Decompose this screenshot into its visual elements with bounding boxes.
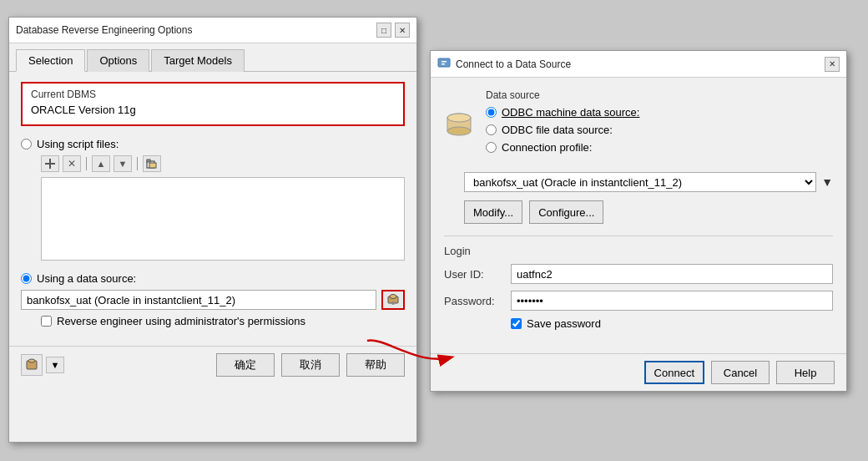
remove-file-button[interactable]: ✕ bbox=[63, 155, 81, 172]
svg-rect-11 bbox=[438, 58, 450, 67]
right-dialog-icon bbox=[437, 56, 451, 72]
connection-profile-radio[interactable] bbox=[486, 142, 497, 153]
titlebar-buttons: □ ✕ bbox=[376, 23, 410, 38]
script-files-label: Using script files: bbox=[37, 138, 119, 150]
svg-rect-1 bbox=[49, 159, 51, 169]
section-divider bbox=[444, 236, 833, 236]
close-button[interactable]: ✕ bbox=[395, 23, 410, 38]
database-icon bbox=[444, 109, 474, 139]
tab-bar: Selection Options Target Models bbox=[9, 43, 416, 72]
left-dialog: Database Reverse Engineering Options □ ✕… bbox=[8, 17, 417, 443]
help-button-left[interactable]: 帮助 bbox=[346, 353, 405, 377]
datasource-input-row bbox=[21, 290, 405, 310]
password-input[interactable] bbox=[511, 291, 833, 311]
connect-header: Data source ODBC machine data source: OD… bbox=[444, 89, 833, 159]
help-button-right[interactable]: Help bbox=[776, 361, 835, 384]
footer-right: 确定 取消 帮助 bbox=[216, 353, 405, 377]
user-id-label: User ID: bbox=[444, 268, 511, 281]
script-files-row: Using script files: bbox=[21, 138, 405, 150]
modify-button[interactable]: Modify... bbox=[464, 200, 522, 224]
right-dialog-titlebar: Connect to a Data Source ✕ bbox=[431, 51, 846, 78]
svg-rect-4 bbox=[149, 163, 156, 168]
script-files-radio[interactable] bbox=[21, 139, 32, 149]
datasource-dropdown-row: bankofsx_uat (Oracle in instantclient_11… bbox=[464, 172, 833, 192]
configure-button[interactable]: Configure... bbox=[529, 200, 603, 224]
datasource-section-label: Data source bbox=[486, 89, 833, 101]
admin-checkbox[interactable] bbox=[41, 316, 52, 327]
save-password-label: Save password bbox=[527, 317, 601, 330]
move-down-button[interactable]: ▼ bbox=[114, 155, 132, 172]
odbc-file-radio[interactable] bbox=[486, 124, 497, 135]
odbc-machine-label: ODBC machine data source: bbox=[502, 106, 639, 119]
tab-options[interactable]: Options bbox=[87, 49, 149, 72]
connect-options: Data source ODBC machine data source: OD… bbox=[486, 89, 833, 159]
save-password-checkbox[interactable] bbox=[511, 318, 522, 329]
left-dialog-footer: ▼ 确定 取消 帮助 bbox=[9, 346, 416, 383]
right-dialog: Connect to a Data Source ✕ bbox=[430, 50, 847, 392]
admin-label: Reverse engineer using administrator's p… bbox=[57, 315, 305, 327]
svg-point-6 bbox=[390, 295, 396, 299]
move-up-button[interactable]: ▲ bbox=[92, 155, 110, 172]
connection-profile-row: Connection profile: bbox=[486, 141, 833, 154]
odbc-file-label: ODBC file data source: bbox=[502, 124, 613, 136]
svg-point-16 bbox=[447, 127, 471, 135]
current-dbms-value: ORACLE Version 11g bbox=[31, 104, 395, 116]
left-dialog-body: Current DBMS ORACLE Version 11g Using sc… bbox=[9, 72, 416, 337]
footer-icon-button[interactable] bbox=[21, 354, 43, 376]
admin-check-row: Reverse engineer using administrator's p… bbox=[41, 315, 405, 327]
tab-target-models[interactable]: Target Models bbox=[151, 49, 245, 72]
save-password-row: Save password bbox=[511, 317, 833, 330]
user-id-row: User ID: bbox=[444, 264, 833, 284]
datasource-radio[interactable] bbox=[21, 273, 32, 284]
left-dialog-title: Database Reverse Engineering Options bbox=[16, 24, 376, 36]
modify-configure-row: Modify... Configure... bbox=[464, 200, 833, 224]
svg-rect-12 bbox=[442, 61, 447, 63]
datasource-input[interactable] bbox=[21, 290, 376, 310]
svg-point-7 bbox=[391, 301, 395, 305]
right-titlebar-buttons: ✕ bbox=[825, 57, 840, 72]
connect-footer: Connect Cancel Help bbox=[431, 353, 846, 391]
login-section: Login User ID: Password: Save password bbox=[444, 245, 833, 330]
password-label: Password: bbox=[444, 295, 511, 307]
svg-rect-13 bbox=[442, 63, 445, 65]
cancel-button-right[interactable]: Cancel bbox=[711, 361, 770, 384]
minimize-button[interactable]: □ bbox=[376, 23, 391, 38]
script-toolbar: ✕ ▲ ▼ bbox=[41, 155, 405, 172]
tab-selection[interactable]: Selection bbox=[16, 49, 85, 72]
password-row: Password: bbox=[444, 291, 833, 311]
current-dbms-box: Current DBMS ORACLE Version 11g bbox=[21, 82, 405, 126]
toolbar-divider bbox=[86, 157, 87, 170]
odbc-machine-radio[interactable] bbox=[486, 107, 497, 118]
svg-point-17 bbox=[447, 114, 471, 122]
current-dbms-label: Current DBMS bbox=[31, 89, 395, 100]
datasource-dropdown[interactable]: bankofsx_uat (Oracle in instantclient_11… bbox=[464, 172, 816, 192]
odbc-machine-row: ODBC machine data source: bbox=[486, 106, 833, 119]
datasource-row: Using a data source: bbox=[21, 272, 405, 285]
dropdown-arrow[interactable]: ▼ bbox=[821, 175, 833, 189]
footer-left: ▼ bbox=[21, 354, 64, 376]
user-id-input[interactable] bbox=[511, 264, 833, 284]
footer-dropdown-button[interactable]: ▼ bbox=[46, 357, 64, 373]
connect-button[interactable]: Connect bbox=[644, 361, 704, 384]
connection-profile-label: Connection profile: bbox=[502, 141, 592, 154]
datasource-connect-button[interactable] bbox=[381, 290, 405, 310]
cancel-button-left[interactable]: 取消 bbox=[281, 353, 340, 377]
odbc-file-row: ODBC file data source: bbox=[486, 124, 833, 136]
add-file-button[interactable] bbox=[41, 155, 59, 172]
left-dialog-titlebar: Database Reverse Engineering Options □ ✕ bbox=[9, 18, 416, 43]
right-close-button[interactable]: ✕ bbox=[825, 57, 840, 72]
script-file-list[interactable] bbox=[41, 177, 405, 261]
connect-content: Data source ODBC machine data source: OD… bbox=[431, 78, 846, 353]
right-dialog-title: Connect to a Data Source bbox=[456, 58, 825, 70]
right-dialog-body: Data source ODBC machine data source: OD… bbox=[431, 78, 846, 391]
confirm-button[interactable]: 确定 bbox=[216, 353, 275, 377]
toolbar-divider2 bbox=[137, 157, 138, 170]
svg-rect-3 bbox=[147, 160, 150, 162]
datasource-label: Using a data source: bbox=[37, 272, 136, 285]
browse-button[interactable] bbox=[143, 155, 161, 172]
svg-point-9 bbox=[28, 359, 35, 362]
login-label: Login bbox=[444, 245, 833, 257]
